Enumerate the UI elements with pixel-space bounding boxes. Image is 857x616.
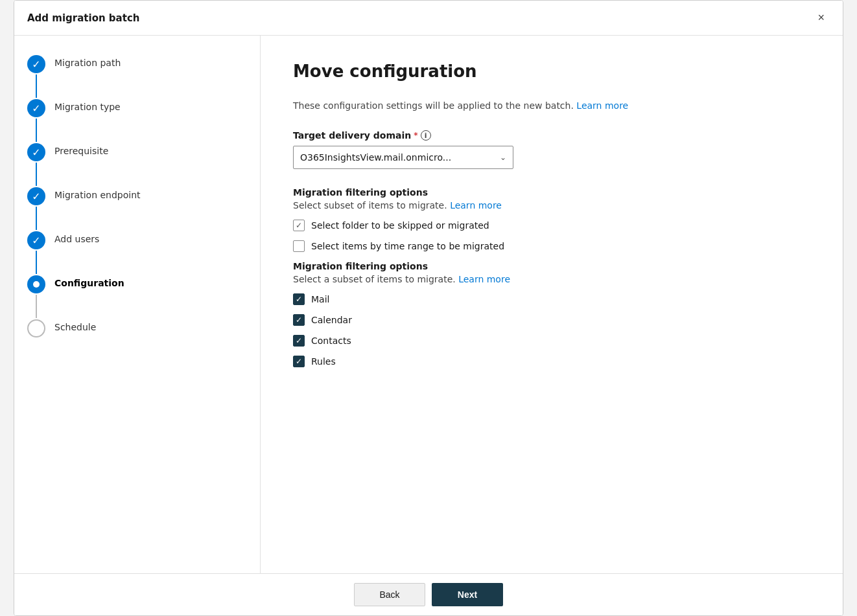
mail-checkbox[interactable]: ✓ xyxy=(293,293,305,305)
filtering-options-2-title: Migration filtering options xyxy=(293,261,810,271)
skip-folders-label: Select folder to be skipped or migrated xyxy=(311,220,489,231)
target-delivery-domain-label: Target delivery domain * i xyxy=(293,130,810,141)
sidebar-item-configuration[interactable]: Configuration xyxy=(27,275,247,319)
step-circle-migration-type: ✓ xyxy=(27,99,45,117)
main-content: Move configuration These configuration s… xyxy=(261,36,843,573)
sidebar-item-add-users[interactable]: ✓ Add users xyxy=(27,231,247,275)
sidebar-item-migration-path[interactable]: ✓ Migration path xyxy=(27,55,247,99)
filtering-options-1-title: Migration filtering options xyxy=(293,187,810,198)
skip-folders-row: ✓ Select folder to be skipped or migrate… xyxy=(293,220,810,231)
dialog-body: ✓ Migration path ✓ Migration type xyxy=(14,36,843,573)
filtering-options-1-desc: Select subset of items to migrate. Learn… xyxy=(293,200,810,211)
sidebar-item-schedule[interactable]: Schedule xyxy=(27,319,247,356)
sidebar-item-migration-type[interactable]: ✓ Migration type xyxy=(27,99,247,143)
checkmark-icon: ✓ xyxy=(296,357,302,366)
step-circle-configuration xyxy=(27,275,45,293)
checkmark-icon: ✓ xyxy=(32,102,40,115)
step-label-add-users: Add users xyxy=(54,231,99,268)
step-label-migration-path: Migration path xyxy=(54,55,121,91)
chevron-down-icon: ⌄ xyxy=(500,153,506,162)
filtering-options-2-desc: Select a subset of items to migrate. Lea… xyxy=(293,274,810,284)
checkmark-icon: ✓ xyxy=(296,336,302,345)
step-line-1 xyxy=(36,74,37,98)
step-label-migration-endpoint: Migration endpoint xyxy=(54,187,141,223)
add-migration-batch-dialog: Add migration batch × ✓ Migration path xyxy=(14,0,843,616)
dialog-title: Add migration batch xyxy=(27,12,139,24)
checkmark-icon: ✓ xyxy=(296,295,302,304)
checkmark-icon: ✓ xyxy=(32,190,40,203)
step-circle-prerequisite: ✓ xyxy=(27,143,45,161)
step-line-5 xyxy=(36,251,37,274)
contacts-row: ✓ Contacts xyxy=(293,335,810,347)
info-icon: i xyxy=(421,130,431,141)
calendar-checkbox[interactable]: ✓ xyxy=(293,314,305,326)
step-circle-add-users: ✓ xyxy=(27,231,45,249)
checkmark-icon: ✓ xyxy=(32,58,40,71)
rules-label: Rules xyxy=(311,356,336,367)
sidebar-item-migration-endpoint[interactable]: ✓ Migration endpoint xyxy=(27,187,247,231)
checkmark-icon: ✓ xyxy=(32,146,40,159)
next-button[interactable]: Next xyxy=(432,583,503,606)
close-button[interactable]: × xyxy=(812,8,830,27)
step-circle-migration-path: ✓ xyxy=(27,55,45,73)
step-label-prerequisite: Prerequisite xyxy=(54,143,108,179)
filtering-options-1-learn-more-link[interactable]: Learn more xyxy=(450,200,502,211)
step-label-schedule: Schedule xyxy=(54,319,96,356)
target-delivery-domain-dropdown[interactable]: O365InsightsView.mail.onmicro... ⌄ xyxy=(293,146,513,169)
step-connector-1: ✓ xyxy=(27,55,45,99)
checkmark-icon: ✓ xyxy=(32,234,40,247)
step-circle-schedule xyxy=(27,319,45,337)
calendar-label: Calendar xyxy=(311,315,352,325)
contacts-checkbox[interactable]: ✓ xyxy=(293,335,305,347)
required-star: * xyxy=(414,131,417,140)
step-line-2 xyxy=(36,119,37,142)
mail-label: Mail xyxy=(311,294,329,304)
time-range-row: Select items by time range to be migrate… xyxy=(293,240,810,252)
step-connector-2: ✓ xyxy=(27,99,45,143)
step-line-3 xyxy=(36,163,37,186)
step-line-4 xyxy=(36,207,37,230)
page-title: Move configuration xyxy=(293,62,810,81)
calendar-row: ✓ Calendar xyxy=(293,314,810,326)
step-label-migration-type: Migration type xyxy=(54,99,121,135)
description-learn-more-link[interactable]: Learn more xyxy=(576,100,628,111)
step-connector-6 xyxy=(27,275,45,319)
checkmark-icon: ✓ xyxy=(296,221,302,230)
time-range-checkbox[interactable] xyxy=(293,240,305,252)
mail-row: ✓ Mail xyxy=(293,293,810,305)
dialog-footer: Back Next xyxy=(14,573,843,615)
step-connector-5: ✓ xyxy=(27,231,45,275)
step-connector-3: ✓ xyxy=(27,143,45,187)
rules-checkbox[interactable]: ✓ xyxy=(293,356,305,367)
step-circle-migration-endpoint: ✓ xyxy=(27,187,45,205)
sidebar-item-prerequisite[interactable]: ✓ Prerequisite xyxy=(27,143,247,187)
description-text: These configuration settings will be app… xyxy=(293,100,810,111)
back-button[interactable]: Back xyxy=(354,583,425,606)
step-connector-4: ✓ xyxy=(27,187,45,231)
contacts-label: Contacts xyxy=(311,336,351,346)
step-label-configuration: Configuration xyxy=(54,275,124,312)
step-line-6 xyxy=(36,295,37,318)
step-connector-7 xyxy=(27,319,45,337)
time-range-label: Select items by time range to be migrate… xyxy=(311,241,504,251)
sidebar: ✓ Migration path ✓ Migration type xyxy=(14,36,261,573)
active-dot xyxy=(33,281,40,288)
rules-row: ✓ Rules xyxy=(293,356,810,367)
filtering-options-2-learn-more-link[interactable]: Learn more xyxy=(458,274,510,284)
target-delivery-domain-value: O365InsightsView.mail.onmicro... xyxy=(300,152,500,163)
dialog-header: Add migration batch × xyxy=(14,1,843,36)
skip-folders-checkbox[interactable]: ✓ xyxy=(293,220,305,231)
checkmark-icon: ✓ xyxy=(296,315,302,325)
